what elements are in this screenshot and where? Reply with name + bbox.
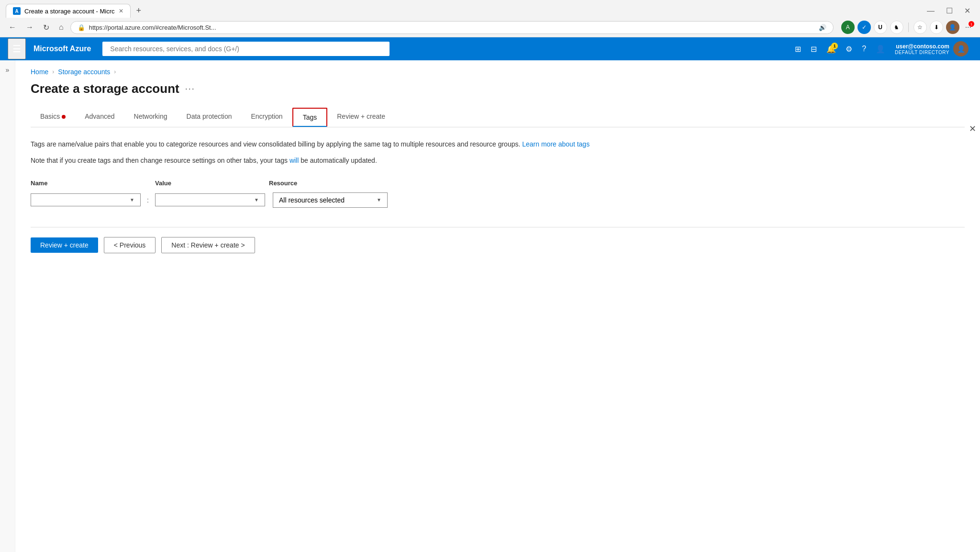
tab-networking[interactable]: Networking <box>124 108 177 127</box>
tab-basics[interactable]: Basics <box>31 108 75 127</box>
address-bar[interactable]: 🔒 🔊 <box>70 21 834 34</box>
tab-title: Create a storage account - Micrc <box>24 8 115 15</box>
refresh-button[interactable]: ↻ <box>40 21 52 34</box>
breadcrumb-home[interactable]: Home <box>31 68 48 76</box>
review-create-button[interactable]: Review + create <box>31 237 98 253</box>
azure-search-input[interactable] <box>102 42 390 56</box>
cloud-shell-button[interactable]: ⊟ <box>807 41 821 57</box>
forward-button[interactable]: → <box>23 21 36 34</box>
azure-header: ☰ Microsoft Azure ⊞ ⊟ 🔔 1 ⚙ ? 👤 user@con… <box>0 37 980 60</box>
panel-close-button[interactable]: ✕ <box>965 120 980 138</box>
maximize-button[interactable]: ☐ <box>942 5 957 16</box>
new-tab-button[interactable]: + <box>133 4 145 18</box>
tab-tags[interactable]: Tags <box>292 108 328 127</box>
read-aloud-icon[interactable]: 🔊 <box>819 24 826 31</box>
note-highlight: will <box>290 157 299 164</box>
user-avatar: 👤 <box>953 41 969 56</box>
tab-encryption[interactable]: Encryption <box>242 108 292 127</box>
column-header-resource: Resource <box>269 178 384 189</box>
window-controls: — ☐ ✕ <box>923 5 974 16</box>
tag-resource-caret: ▼ <box>377 197 381 203</box>
active-browser-tab[interactable]: A Create a storage account - Micrc ✕ <box>6 4 131 18</box>
tag-resource-dropdown[interactable]: All resources selected ▼ <box>273 192 388 208</box>
extension-knight[interactable]: ♞ <box>890 21 903 34</box>
basics-error-dot <box>62 115 66 119</box>
extension-star[interactable]: ☆ <box>913 21 927 34</box>
user-email: user@contoso.com <box>895 43 949 50</box>
breadcrumb-separator-2: › <box>114 68 116 75</box>
user-info: user@contoso.com DEFAULT DIRECTORY <box>895 43 949 55</box>
tag-value-dropdown[interactable]: ▼ <box>155 193 265 206</box>
tag-name-dropdown[interactable]: ▼ <box>31 193 141 206</box>
tab-close-button[interactable]: ✕ <box>119 8 123 14</box>
user-directory: DEFAULT DIRECTORY <box>895 50 949 55</box>
azure-logo: Microsoft Azure <box>33 45 91 53</box>
tags-table: Name Value Resource ▼ : ▼ All resources … <box>31 178 965 208</box>
sidebar-toggle[interactable]: » <box>0 60 15 552</box>
tags-header-row: Name Value Resource <box>31 178 965 189</box>
page-title-more-button[interactable]: ··· <box>185 84 195 94</box>
column-header-name: Name <box>31 178 141 189</box>
tag-name-caret: ▼ <box>130 197 134 203</box>
page-content: » Home › Storage accounts › Create a sto… <box>0 60 980 552</box>
breadcrumb-storage-accounts[interactable]: Storage accounts <box>58 68 110 76</box>
azure-search-container <box>102 42 390 56</box>
next-button[interactable]: Next : Review + create > <box>161 237 255 253</box>
sidebar-toggle-icon: » <box>6 66 10 74</box>
tags-description: Tags are name/value pairs that enable yo… <box>31 139 965 149</box>
breadcrumb-separator-1: › <box>52 68 54 75</box>
tab-favicon: A <box>13 7 21 15</box>
breadcrumb: Home › Storage accounts › <box>31 68 965 76</box>
tags-note: Note that if you create tags and then ch… <box>31 155 965 166</box>
tag-value-caret: ▼ <box>254 197 259 203</box>
help-button[interactable]: ? <box>858 41 870 57</box>
settings-button[interactable]: ⚙ <box>842 41 856 57</box>
tags-input-row: ▼ : ▼ All resources selected ▼ <box>31 192 965 208</box>
minimize-button[interactable]: — <box>923 6 938 16</box>
browser-titlebar: A Create a storage account - Micrc ✕ + —… <box>0 0 980 18</box>
user-profile[interactable]: user@contoso.com DEFAULT DIRECTORY 👤 <box>891 39 972 58</box>
content-divider <box>31 227 965 227</box>
portal-button[interactable]: ⊞ <box>791 41 805 57</box>
browser-chrome: A Create a storage account - Micrc ✕ + —… <box>0 0 980 37</box>
extension-u[interactable]: U <box>874 21 887 34</box>
colon-separator: : <box>141 196 155 204</box>
extension-download[interactable]: ⬇ <box>930 21 943 34</box>
main-content: Home › Storage accounts › Create a stora… <box>15 60 980 552</box>
hamburger-menu-button[interactable]: ☰ <box>8 38 26 59</box>
browser-tabs: A Create a storage account - Micrc ✕ + <box>6 4 145 18</box>
extension-check[interactable]: ✓ <box>858 21 871 34</box>
azure-header-icons: ⊞ ⊟ 🔔 1 ⚙ ? 👤 user@contoso.com DEFAULT D… <box>791 39 972 58</box>
tabs-container: Basics Advanced Networking Data protecti… <box>31 108 965 127</box>
lock-icon: 🔒 <box>78 24 85 31</box>
feedback-button[interactable]: 👤 <box>872 41 889 57</box>
notification-badge: 1 <box>831 43 838 49</box>
browser-notification-badge: 1 <box>969 21 974 27</box>
action-buttons: Review + create < Previous Next : Review… <box>31 237 965 253</box>
extension-a[interactable]: A <box>841 21 855 34</box>
home-button[interactable]: ⌂ <box>56 21 67 34</box>
url-input[interactable] <box>89 24 815 31</box>
previous-button[interactable]: < Previous <box>104 237 156 253</box>
close-button[interactable]: ✕ <box>960 5 974 16</box>
tab-advanced[interactable]: Advanced <box>75 108 124 127</box>
tab-data-protection[interactable]: Data protection <box>177 108 242 127</box>
browser-toolbar: ← → ↻ ⌂ 🔒 🔊 A ✓ U ♞ ☆ ⬇ 👤 ··· 1 <box>0 18 980 37</box>
tag-resource-label: All resources selected <box>279 196 345 204</box>
browser-extensions: A ✓ U ♞ ☆ ⬇ 👤 ··· 1 <box>841 21 974 34</box>
column-header-value: Value <box>155 178 265 189</box>
back-button[interactable]: ← <box>6 21 19 34</box>
page-title: Create a storage account <box>31 81 179 96</box>
notifications-button[interactable]: 🔔 1 <box>823 41 840 57</box>
tab-review-create[interactable]: Review + create <box>327 108 395 127</box>
learn-more-link[interactable]: Learn more about tags <box>522 140 590 148</box>
page-title-row: Create a storage account ··· <box>31 81 965 96</box>
browser-more-button[interactable]: ··· 1 <box>962 22 974 33</box>
browser-profile-avatar[interactable]: 👤 <box>946 21 959 34</box>
